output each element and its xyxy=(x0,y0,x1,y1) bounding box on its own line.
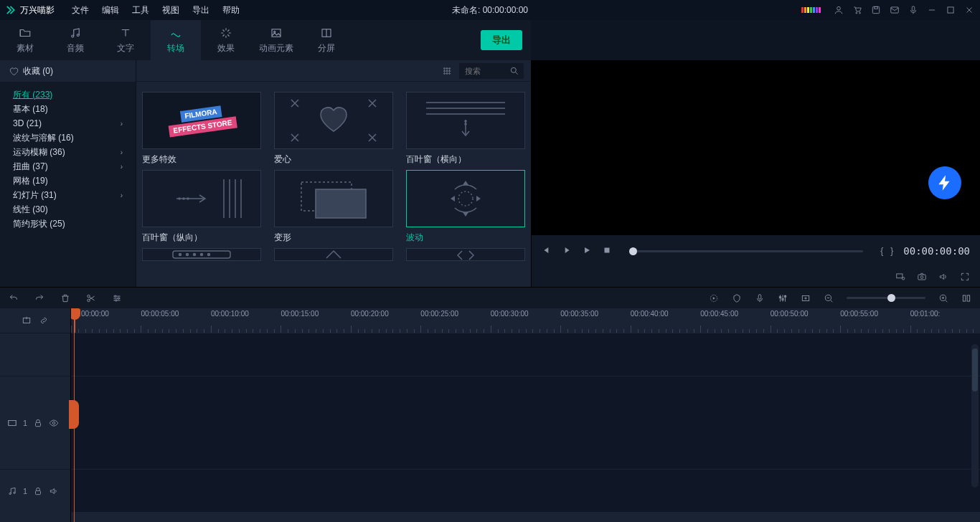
effect-thumb-partial xyxy=(142,248,261,261)
time-ruler[interactable]: 00:00:00:0000:00:05:0000:00:10:0000:00:1… xyxy=(70,308,980,333)
zoom-in-button[interactable] xyxy=(938,293,948,303)
flash-badge-icon[interactable] xyxy=(928,166,961,199)
effect-card-partial-1[interactable] xyxy=(142,248,261,261)
fullscreen-icon[interactable] xyxy=(960,272,970,282)
next-frame-button[interactable] xyxy=(562,245,572,257)
lock-icon[interactable] xyxy=(33,486,43,496)
menu-export[interactable]: 导出 xyxy=(192,4,209,16)
search-input[interactable] xyxy=(463,66,505,76)
marker-button[interactable] xyxy=(732,293,742,303)
tracks-body[interactable] xyxy=(70,333,980,522)
cart-icon[interactable] xyxy=(852,5,862,15)
prev-frame-button[interactable] xyxy=(542,245,552,257)
keyframe-add-button[interactable] xyxy=(801,293,811,303)
message-icon[interactable] xyxy=(890,5,900,15)
tab-transition[interactable]: 转场 xyxy=(151,20,201,60)
mic-icon[interactable] xyxy=(908,5,918,15)
track-row-video[interactable] xyxy=(71,376,980,469)
category-基本[interactable]: 基本 (18) xyxy=(0,102,136,116)
track-row-audio[interactable] xyxy=(71,469,980,512)
zoom-slider[interactable] xyxy=(847,297,925,299)
tab-split[interactable]: 分屏 xyxy=(301,20,352,60)
window-minimize-icon[interactable] xyxy=(927,5,937,15)
volume-icon[interactable] xyxy=(938,272,948,282)
category-波纹与溶解[interactable]: 波纹与溶解 (16) xyxy=(0,130,136,145)
menu-view[interactable]: 视图 xyxy=(162,4,179,16)
voiceover-button[interactable] xyxy=(755,293,765,303)
tab-motion-label: 动画元素 xyxy=(259,42,293,54)
redo-button[interactable] xyxy=(34,293,44,303)
window-close-icon[interactable] xyxy=(964,5,974,15)
effect-card-warp[interactable]: 变形 xyxy=(274,170,393,244)
tab-audio[interactable]: 音频 xyxy=(50,20,100,60)
menu-file[interactable]: 文件 xyxy=(72,4,89,16)
favorites-row[interactable]: 收藏 (0) xyxy=(0,60,136,82)
svg-point-16 xyxy=(444,70,446,72)
render-button[interactable] xyxy=(709,293,719,303)
zoom-out-button[interactable] xyxy=(824,293,834,303)
snapshot-icon[interactable] xyxy=(917,272,927,282)
zoom-knob[interactable] xyxy=(887,294,895,302)
track-header-audio[interactable]: 1 xyxy=(0,469,70,512)
delete-button[interactable] xyxy=(60,293,70,303)
folder-icon xyxy=(19,27,32,39)
preview-panel: { } 00:00:00:00 xyxy=(531,60,980,287)
tab-effect[interactable]: 效果 xyxy=(201,20,251,60)
lock-icon[interactable] xyxy=(33,418,43,428)
eye-icon[interactable] xyxy=(49,418,59,428)
save-icon[interactable] xyxy=(871,5,881,15)
stop-button[interactable] xyxy=(602,245,612,257)
link-button[interactable] xyxy=(39,315,49,326)
category-运动模糊[interactable]: 运动模糊 (36)› xyxy=(0,145,136,159)
scrollbar-thumb[interactable] xyxy=(972,348,978,392)
track-header-video[interactable]: 1 xyxy=(0,376,70,469)
play-button[interactable] xyxy=(582,245,592,257)
svg-point-2 xyxy=(859,12,861,14)
split-button[interactable] xyxy=(86,293,96,303)
speaker-icon[interactable] xyxy=(49,486,59,496)
window-controls xyxy=(801,5,974,15)
scrubber-knob[interactable] xyxy=(629,247,637,255)
window-maximize-icon[interactable] xyxy=(946,5,956,15)
tab-text[interactable]: 文字 xyxy=(100,20,151,60)
vertical-scrollbar[interactable] xyxy=(971,344,979,488)
menu-edit[interactable]: 编辑 xyxy=(102,4,119,16)
account-icon[interactable] xyxy=(834,5,844,15)
menu-help[interactable]: 帮助 xyxy=(222,4,240,16)
playhead[interactable] xyxy=(74,308,75,333)
category-扭曲[interactable]: 扭曲 (37)› xyxy=(0,159,136,174)
effect-card-partial-3[interactable] xyxy=(406,248,525,261)
preview-viewer[interactable] xyxy=(532,60,980,235)
tab-media[interactable]: 素材 xyxy=(0,20,50,60)
playhead-grip[interactable] xyxy=(69,400,79,429)
effect-card-wave[interactable]: 波动 xyxy=(406,170,525,244)
range-markers-icon[interactable]: { } xyxy=(880,246,893,256)
category-幻灯片[interactable]: 幻灯片 (31)› xyxy=(0,188,136,202)
adjust-button[interactable] xyxy=(112,293,122,303)
track-row-empty[interactable] xyxy=(71,333,980,376)
category-简约形状[interactable]: 简约形状 (25) xyxy=(0,217,136,231)
text-icon xyxy=(119,27,132,39)
undo-button[interactable] xyxy=(9,293,19,303)
category-所有[interactable]: 所有 (233) xyxy=(0,87,136,102)
add-track-button[interactable] xyxy=(22,315,32,326)
effect-card-heart[interactable]: 爱心 xyxy=(274,92,393,166)
category-网格[interactable]: 网格 (19) xyxy=(0,174,136,188)
grid-view-icon[interactable] xyxy=(442,66,452,76)
preview-scrubber[interactable] xyxy=(629,250,863,252)
category-3D[interactable]: 3D (21)› xyxy=(0,116,136,130)
timeline-view-button[interactable] xyxy=(961,293,971,303)
effect-card-store[interactable]: FILMORAEFFECTS STORE 更多特效 xyxy=(142,92,261,166)
display-settings-icon[interactable] xyxy=(895,272,905,282)
effect-card-blinds-v[interactable]: 百叶窗（纵向） xyxy=(142,170,261,244)
export-button[interactable]: 导出 xyxy=(481,30,522,50)
tab-motion[interactable]: 动画元素 xyxy=(251,20,301,60)
effect-card-partial-2[interactable] xyxy=(274,248,393,261)
effect-card-blinds-h[interactable]: 百叶窗（横向） xyxy=(406,92,525,166)
search-box[interactable] xyxy=(459,63,524,79)
category-线性[interactable]: 线性 (30) xyxy=(0,202,136,217)
effect-label: 波动 xyxy=(406,232,525,244)
menu-tools[interactable]: 工具 xyxy=(132,4,149,16)
doc-title-prefix: 未命名: xyxy=(452,5,483,15)
audio-mixer-button[interactable] xyxy=(778,293,788,303)
